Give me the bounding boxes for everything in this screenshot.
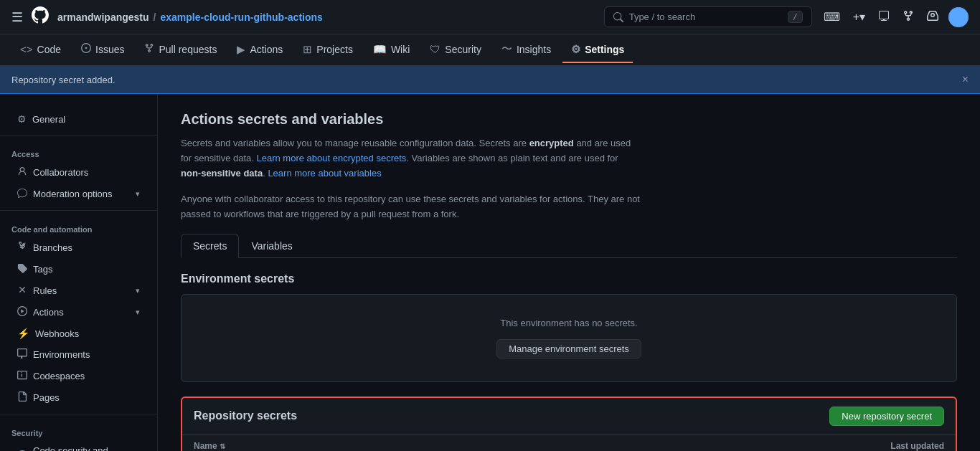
tv-icon[interactable] xyxy=(875,7,892,27)
sidebar-label-environments: Environments xyxy=(33,349,90,360)
wiki-tab-icon: 📖 xyxy=(373,43,387,56)
environment-secrets-box: This environment has no secrets. Manage … xyxy=(181,294,957,382)
sidebar-item-codespaces[interactable]: Codespaces xyxy=(6,366,151,386)
env-secrets-empty: This environment has no secrets. Manage … xyxy=(182,295,956,381)
main-layout: ⚙ General Access Collaborators Moderatio… xyxy=(0,94,980,451)
sidebar-divider-2 xyxy=(0,210,157,211)
tab-security[interactable]: 🛡 Security xyxy=(421,37,490,62)
sidebar-item-webhooks[interactable]: ⚡ Webhooks xyxy=(6,323,151,343)
moderation-icon xyxy=(17,188,27,200)
col-name-text: Name xyxy=(194,441,217,451)
git-icon[interactable] xyxy=(900,7,917,27)
sidebar-label-collaborators: Collaborators xyxy=(33,167,88,178)
webhook-icon: ⚡ xyxy=(17,328,29,339)
search-kbd: / xyxy=(788,11,803,23)
tab-secrets[interactable]: Secrets xyxy=(181,234,239,258)
sidebar-item-environments[interactable]: Environments xyxy=(6,344,151,365)
sidebar: ⚙ General Access Collaborators Moderatio… xyxy=(0,94,158,451)
actions-icon xyxy=(17,306,27,318)
terminal-icon[interactable]: ⌨ xyxy=(821,7,843,27)
tab-issues-label: Issues xyxy=(95,44,124,55)
tab-actions-label: Actions xyxy=(250,44,283,55)
desc-text-c: . Variables are shown as plain text and … xyxy=(406,153,618,163)
github-logo[interactable] xyxy=(32,6,49,28)
sidebar-item-collaborators[interactable]: Collaborators xyxy=(6,162,151,183)
description-2: Anyone with collaborator access to this … xyxy=(181,192,640,222)
actions-tab-icon: ▶ xyxy=(237,43,245,56)
tab-code-label: Code xyxy=(37,44,61,55)
tab-insights[interactable]: 〜 Insights xyxy=(493,37,560,63)
tab-security-label: Security xyxy=(445,44,481,55)
sidebar-divider-1 xyxy=(0,135,157,136)
avatar[interactable] xyxy=(948,7,969,27)
page-title: Actions secrets and variables xyxy=(181,111,957,128)
breadcrumb-repo[interactable]: example-cloud-run-github-actions xyxy=(160,11,322,23)
sidebar-item-actions[interactable]: Actions ▾ xyxy=(6,302,151,323)
tag-icon xyxy=(17,263,27,275)
plus-button[interactable]: +▾ xyxy=(850,7,868,27)
sidebar-label-general: General xyxy=(32,114,65,125)
sidebar-section-code-automation: Code and automation xyxy=(0,217,157,237)
person-icon xyxy=(17,166,27,179)
desc-bold-1: encrypted xyxy=(529,138,574,148)
sidebar-item-tags[interactable]: Tags xyxy=(6,259,151,280)
tab-variables[interactable]: Variables xyxy=(239,234,304,257)
hamburger-icon[interactable]: ☰ xyxy=(11,9,23,25)
tab-wiki[interactable]: 📖 Wiki xyxy=(364,37,418,63)
rules-icon xyxy=(17,285,27,297)
desc-text-1: Secrets and variables allow you to manag… xyxy=(181,138,529,148)
repo-tabs: <> Code Issues Pull requests ▶ Actions ⊞… xyxy=(0,34,980,66)
security-tab-icon: 🛡 xyxy=(430,43,440,55)
sidebar-item-moderation[interactable]: Moderation options ▾ xyxy=(6,184,151,204)
top-nav: ☰ armandwipangestu / example-cloud-run-g… xyxy=(0,0,980,34)
settings-tab-icon: ⚙ xyxy=(571,43,580,56)
new-repository-secret-button[interactable]: New repository secret xyxy=(829,407,944,426)
sidebar-item-general[interactable]: ⚙ General xyxy=(6,109,151,129)
sidebar-item-code-security[interactable]: Code security and analysis xyxy=(6,441,151,451)
search-box[interactable]: Type / to search / xyxy=(604,6,812,27)
tab-projects-label: Projects xyxy=(316,44,353,55)
tab-pullrequests[interactable]: Pull requests xyxy=(136,37,225,62)
tab-pr-label: Pull requests xyxy=(159,44,217,55)
banner-message: Repository secret added. xyxy=(11,75,116,85)
sidebar-label-code-security: Code security and analysis xyxy=(33,445,140,451)
tab-issues[interactable]: Issues xyxy=(72,37,133,62)
tab-insights-label: Insights xyxy=(517,44,551,55)
breadcrumb-user[interactable]: armandwipangestu xyxy=(57,11,149,23)
repository-secrets-box: Repository secrets New repository secret… xyxy=(181,397,957,451)
manage-env-secrets-button[interactable]: Manage environment secrets xyxy=(496,339,641,359)
codespaces-icon xyxy=(17,370,27,382)
env-secrets-title: Environment secrets xyxy=(181,272,957,285)
chevron-down-icon-rules: ▾ xyxy=(136,286,140,295)
sidebar-item-rules[interactable]: Rules ▾ xyxy=(6,280,151,301)
nav-icons: ⌨ +▾ xyxy=(821,7,969,27)
insights-tab-icon: 〜 xyxy=(501,42,512,56)
breadcrumb: armandwipangestu / example-cloud-run-git… xyxy=(57,11,323,23)
sidebar-section-access: Access xyxy=(0,141,157,161)
tab-settings[interactable]: ⚙ Settings xyxy=(562,37,633,63)
content-tabs: Secrets Variables xyxy=(181,234,957,258)
code-tab-icon: <> xyxy=(20,43,33,55)
tab-wiki-label: Wiki xyxy=(391,44,410,55)
repo-secrets-title: Repository secrets xyxy=(194,409,297,422)
desc-link-2[interactable]: Learn more about variables xyxy=(268,168,381,179)
desc-bold-2: non-sensitive data xyxy=(181,168,263,179)
sidebar-label-pages: Pages xyxy=(33,392,60,403)
close-banner-button[interactable]: × xyxy=(962,73,969,86)
sidebar-label-codespaces: Codespaces xyxy=(33,371,85,381)
pages-icon xyxy=(17,391,27,404)
tab-settings-label: Settings xyxy=(585,44,624,55)
pr-tab-icon xyxy=(144,43,154,55)
description-1: Secrets and variables allow you to manag… xyxy=(181,136,640,181)
sidebar-item-pages[interactable]: Pages xyxy=(6,387,151,408)
tab-actions[interactable]: ▶ Actions xyxy=(228,37,291,63)
sidebar-label-branches: Branches xyxy=(33,242,72,253)
sort-icon[interactable]: ⇅ xyxy=(220,442,225,450)
sidebar-item-branches[interactable]: Branches xyxy=(6,237,151,258)
gear-icon: ⚙ xyxy=(17,113,27,125)
tab-code[interactable]: <> Code xyxy=(11,37,70,62)
desc-link-1[interactable]: Learn more about encrypted secrets xyxy=(257,153,407,163)
sidebar-label-moderation: Moderation options xyxy=(33,189,113,199)
tab-projects[interactable]: ⊞ Projects xyxy=(294,37,362,63)
inbox-icon[interactable] xyxy=(924,7,941,27)
